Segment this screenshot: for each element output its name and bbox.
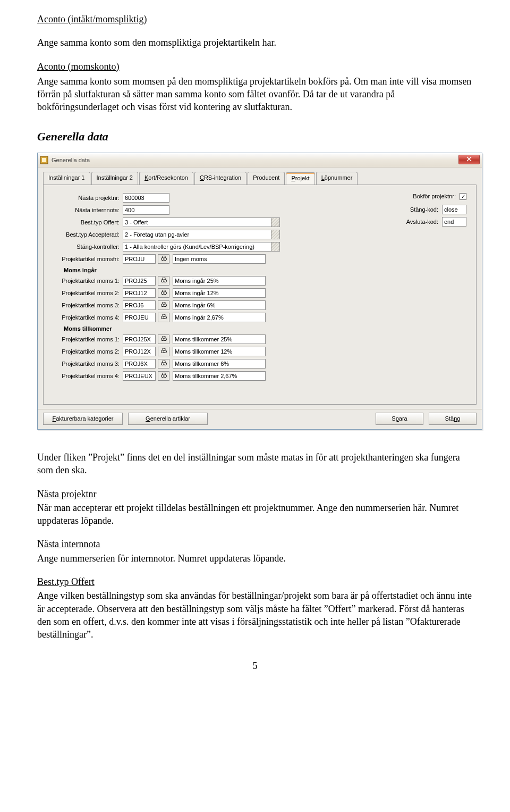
group-title-moms-tillkommer: Moms tillkommer xyxy=(64,325,470,333)
label-nasta-internnota: Nästa internnota: xyxy=(50,206,123,214)
lookup-button[interactable] xyxy=(158,347,169,356)
label-besttyp-accepterad: Best.typ Accepterad: xyxy=(50,231,123,239)
desc-moms-tillkommer-0: Moms tillkommer 25% xyxy=(173,334,266,344)
input-moms-tillkommer-1[interactable]: PROJ12X xyxy=(123,347,156,356)
close-button[interactable] xyxy=(458,155,480,164)
heading-nasta-internnota: Nästa internnota xyxy=(37,539,100,549)
lookup-button[interactable] xyxy=(158,254,169,264)
desc-moms-ingar-1: Moms ingår 12% xyxy=(173,288,266,298)
lookup-button[interactable] xyxy=(158,313,169,322)
select-handle-icon[interactable] xyxy=(271,230,280,239)
form-area: Nästa projektnr: 600003 Bokför projektnr… xyxy=(43,185,477,405)
label-avsluta-kod: Avsluta-kod: xyxy=(406,218,439,226)
tab-kort-resekonton[interactable]: Kort/Resekonton xyxy=(139,172,193,185)
desc-moms-tillkommer-3: Moms tillkommer 2,67% xyxy=(173,371,266,381)
select-besttyp-accepterad[interactable]: 2 - Företag utan pg-avier xyxy=(123,230,271,239)
input-moms-ingar-0[interactable]: PROJ25 xyxy=(123,276,156,286)
input-moms-tillkommer-0[interactable]: PROJ25X xyxy=(123,334,156,344)
tab-installningar-1[interactable]: Inställningar 1 xyxy=(43,172,90,185)
page-number: 5 xyxy=(37,659,473,672)
window-title: Generella data xyxy=(52,156,90,164)
paragraph: Ange vilken beställningstyp som ska anvä… xyxy=(37,589,473,641)
input-moms-tillkommer-2[interactable]: PROJ6X xyxy=(123,359,156,369)
select-stang-kontroller[interactable]: 1 - Alla kontroller görs (Kund/Lev/BSP-k… xyxy=(123,242,271,252)
heading-nasta-projektnr: Nästa projektnr xyxy=(37,489,96,499)
label-besttyp-offert: Best.typ Offert: xyxy=(50,219,123,227)
lookup-button[interactable] xyxy=(158,359,169,369)
binoculars-icon xyxy=(160,255,167,264)
desc-moms-ingar-2: Moms ingår 6% xyxy=(173,300,266,310)
binoculars-icon xyxy=(160,313,167,322)
desc-moms-tillkommer-1: Moms tillkommer 12% xyxy=(173,347,266,356)
desc-projektartikel-momsfri: Ingen moms xyxy=(173,254,266,264)
heading-aconto-momskonto: Aconto (momskonto) xyxy=(37,61,120,72)
button-stang[interactable]: Stäng xyxy=(429,413,477,425)
binoculars-icon xyxy=(160,277,167,286)
select-besttyp-offert[interactable]: 3 - Offert xyxy=(123,217,271,227)
input-nasta-internnota[interactable]: 400 xyxy=(123,205,169,215)
tab-producent[interactable]: Producent xyxy=(248,172,285,185)
close-icon xyxy=(466,156,472,164)
binoculars-icon xyxy=(160,359,167,369)
input-nasta-projektnr[interactable]: 600003 xyxy=(123,193,169,203)
select-handle-icon[interactable] xyxy=(271,217,280,227)
label-moms-tillkommer-3: Projektartikel moms 4: xyxy=(50,372,123,380)
button-generella-artiklar[interactable]: Generella artiklar xyxy=(128,413,208,425)
label-stang-kontroller: Stäng-kontroller: xyxy=(50,243,123,251)
tab-projekt[interactable]: Projekt xyxy=(286,172,314,185)
tab-lopnummer[interactable]: Löpnummer xyxy=(316,172,358,185)
binoculars-icon xyxy=(160,301,167,310)
binoculars-icon xyxy=(160,347,167,356)
heading-aconto-intakt: Aconto (intäkt/momspliktig) xyxy=(37,14,147,24)
checkbox-bokfor-projektnr[interactable]: ✓ xyxy=(460,193,466,200)
label-moms-tillkommer-0: Projektartikel moms 1: xyxy=(50,336,123,344)
tab-installningar-2[interactable]: Inställningar 2 xyxy=(91,172,139,185)
desc-moms-ingar-0: Moms ingår 25% xyxy=(173,276,266,286)
paragraph: Ange samma konto som den momspliktiga pr… xyxy=(37,36,473,49)
paragraph: När man accepterar ett projekt tilldelas… xyxy=(37,501,473,528)
paragraph: Ange samma konto som momsen på den momsp… xyxy=(37,75,473,114)
binoculars-icon xyxy=(160,289,167,298)
label-moms-ingar-3: Projektartikel moms 4: xyxy=(50,314,123,322)
button-spara[interactable]: Spara xyxy=(376,413,423,425)
input-moms-ingar-3[interactable]: PROJEU xyxy=(123,313,156,322)
bottom-bar: Fakturerbara kategorier Generella artikl… xyxy=(38,409,482,429)
label-stang-kod: Stäng-kod: xyxy=(410,206,439,214)
input-projektartikel-momsfri[interactable]: PROJU xyxy=(123,254,156,264)
paragraph: Under fliken ”Projekt” finns det en del … xyxy=(37,451,473,477)
binoculars-icon xyxy=(160,335,167,344)
lookup-button[interactable] xyxy=(158,371,169,381)
button-fakturerbara-kategorier[interactable]: Fakturerbara kategorier xyxy=(43,413,123,425)
section-title-generella-data: Generella data xyxy=(37,129,473,145)
desc-moms-tillkommer-2: Moms tillkommer 6% xyxy=(173,359,266,369)
titlebar: Generella data xyxy=(38,153,482,168)
label-moms-ingar-2: Projektartikel moms 3: xyxy=(50,302,123,309)
label-moms-tillkommer-1: Projektartikel moms 2: xyxy=(50,348,123,356)
label-nasta-projektnr: Nästa projektnr: xyxy=(50,194,123,202)
paragraph: Ange nummerserien för internnotor. Numre… xyxy=(37,552,473,565)
input-moms-ingar-2[interactable]: PROJ6 xyxy=(123,300,156,310)
lookup-button[interactable] xyxy=(158,334,169,344)
label-moms-ingar-1: Projektartikel moms 2: xyxy=(50,289,123,297)
input-moms-tillkommer-3[interactable]: PROJEUX xyxy=(123,371,156,381)
select-handle-icon[interactable] xyxy=(271,242,280,252)
label-projektartikel-momsfri: Projektartikel momsfri: xyxy=(50,255,123,263)
dialog-generella-data: Generella data Inställningar 1 Inställni… xyxy=(37,153,482,430)
tabs: Inställningar 1 Inställningar 2 Kort/Res… xyxy=(38,168,482,185)
binoculars-icon xyxy=(160,372,167,381)
app-icon xyxy=(40,156,48,164)
input-moms-ingar-1[interactable]: PROJ12 xyxy=(123,288,156,298)
tab-crs-integration[interactable]: CRS-integration xyxy=(194,172,246,185)
svg-rect-1 xyxy=(42,158,46,162)
input-stang-kod[interactable]: close xyxy=(442,205,466,214)
desc-moms-ingar-3: Moms ingår 2,67% xyxy=(173,313,266,322)
label-moms-ingar-0: Projektartikel moms 1: xyxy=(50,277,123,285)
lookup-button[interactable] xyxy=(158,276,169,286)
group-title-moms-ingar: Moms ingår xyxy=(64,266,470,274)
label-moms-tillkommer-2: Projektartikel moms 3: xyxy=(50,360,123,368)
lookup-button[interactable] xyxy=(158,300,169,310)
label-bokfor-projektnr: Bokför projektnr: xyxy=(413,192,457,200)
input-avsluta-kod[interactable]: end xyxy=(442,217,466,227)
heading-besttyp-offert: Best.typ Offert xyxy=(37,576,95,587)
lookup-button[interactable] xyxy=(158,288,169,298)
